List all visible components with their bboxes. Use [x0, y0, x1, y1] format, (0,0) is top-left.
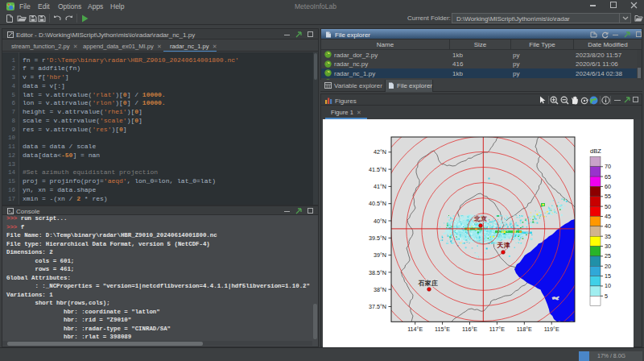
svg-text:5: 5	[605, 293, 608, 300]
svg-text:115°E: 115°E	[435, 326, 450, 333]
svg-text:38.5°N: 38.5°N	[369, 269, 386, 276]
svg-text:50: 50	[605, 203, 611, 210]
svg-text:114°E: 114°E	[407, 326, 423, 333]
svg-text:55: 55	[605, 193, 611, 200]
svg-text:35: 35	[605, 233, 611, 240]
svg-text:天津: 天津	[497, 242, 511, 249]
svg-text:25: 25	[605, 252, 611, 259]
svg-text:39°N: 39°N	[374, 251, 386, 259]
svg-text:北京: 北京	[473, 215, 488, 222]
svg-text:45: 45	[605, 213, 611, 220]
svg-text:10: 10	[605, 282, 611, 289]
svg-text:40°N: 40°N	[374, 218, 386, 225]
svg-text:37.5°N: 37.5°N	[369, 303, 386, 310]
svg-text:65: 65	[605, 173, 611, 180]
svg-text:60: 60	[605, 183, 611, 190]
svg-text:70: 70	[605, 163, 611, 170]
svg-text:dBZ: dBZ	[590, 147, 601, 155]
svg-text:116°E: 116°E	[462, 326, 477, 333]
svg-text:40.5°N: 40.5°N	[369, 200, 386, 207]
svg-text:42°N: 42°N	[374, 148, 386, 156]
svg-text:41.5°N: 41.5°N	[369, 166, 386, 173]
svg-text:20: 20	[605, 263, 611, 270]
svg-text:30: 30	[605, 243, 611, 250]
svg-text:41°N: 41°N	[374, 183, 386, 190]
svg-text:117°E: 117°E	[489, 326, 505, 333]
svg-text:40: 40	[605, 222, 611, 230]
svg-text:15: 15	[605, 272, 611, 280]
svg-text:38°N: 38°N	[374, 286, 386, 293]
svg-text:119°E: 119°E	[544, 326, 559, 333]
svg-text:118°E: 118°E	[517, 326, 532, 333]
svg-text:39.5°N: 39.5°N	[369, 234, 386, 242]
svg-text:石家庄: 石家庄	[418, 280, 439, 287]
